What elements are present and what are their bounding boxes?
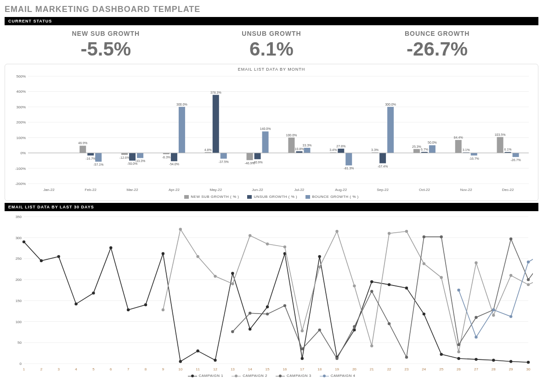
svg-point-179 <box>301 329 304 332</box>
svg-rect-74 <box>413 149 420 153</box>
section-header-status: CURRENT STATUS <box>5 17 538 25</box>
page-title: EMAIL MARKETING DASHBOARD TEMPLATE <box>5 5 538 14</box>
svg-text:Apr-22: Apr-22 <box>169 188 180 192</box>
svg-text:300: 300 <box>16 236 22 240</box>
svg-rect-20 <box>87 153 94 156</box>
svg-rect-18 <box>79 146 86 153</box>
svg-point-163 <box>405 286 408 289</box>
svg-text:17: 17 <box>300 367 304 371</box>
svg-text:8: 8 <box>145 367 147 371</box>
svg-point-144 <box>74 302 77 305</box>
svg-text:300.0%: 300.0% <box>385 103 396 106</box>
svg-rect-62 <box>338 149 344 153</box>
svg-text:-40.9%: -40.9% <box>252 161 262 164</box>
svg-text:300.0%: 300.0% <box>176 103 187 106</box>
svg-point-180 <box>318 266 321 269</box>
svg-point-152 <box>214 358 216 361</box>
svg-text:378.3%: 378.3% <box>210 91 221 94</box>
svg-point-199 <box>301 347 304 350</box>
svg-point-207 <box>440 235 442 238</box>
svg-point-157 <box>301 357 304 360</box>
svg-rect-81 <box>455 140 462 153</box>
status-value: -26.7% <box>373 38 502 60</box>
legend-monthly: NEW SUB GROWTH ( % )UNSUB GROWTH ( % )BO… <box>10 194 533 199</box>
svg-text:-200%: -200% <box>15 182 26 186</box>
svg-point-198 <box>283 304 286 307</box>
svg-point-214 <box>457 289 460 291</box>
svg-text:46.9%: 46.9% <box>78 141 87 145</box>
svg-point-191 <box>509 274 512 277</box>
svg-rect-27 <box>129 153 136 161</box>
svg-point-177 <box>266 242 269 245</box>
svg-text:-67.4%: -67.4% <box>378 165 388 168</box>
svg-point-182 <box>353 285 356 287</box>
svg-text:4.8%: 4.8% <box>204 148 212 151</box>
svg-point-175 <box>231 282 234 285</box>
svg-text:400%: 400% <box>17 90 26 94</box>
svg-point-188 <box>457 350 460 353</box>
svg-point-176 <box>249 234 251 237</box>
svg-text:3.1%: 3.1% <box>463 148 470 151</box>
svg-text:103.5%: 103.5% <box>495 133 506 136</box>
svg-point-201 <box>335 357 338 360</box>
svg-rect-29 <box>137 153 143 158</box>
svg-point-162 <box>388 283 390 286</box>
svg-point-204 <box>388 322 390 325</box>
svg-text:12: 12 <box>213 367 217 371</box>
svg-point-168 <box>492 358 495 361</box>
svg-point-185 <box>405 230 408 233</box>
svg-text:25: 25 <box>439 367 443 371</box>
status-unsub: UNSUB GROWTH 6.1% <box>207 30 336 60</box>
svg-point-218 <box>527 261 530 263</box>
svg-rect-36 <box>179 107 185 153</box>
svg-text:0: 0 <box>20 362 22 366</box>
svg-point-183 <box>370 344 373 347</box>
svg-text:100%: 100% <box>17 136 26 140</box>
svg-text:28: 28 <box>492 367 496 371</box>
svg-text:1: 1 <box>23 367 25 371</box>
svg-point-150 <box>179 360 182 363</box>
svg-text:Dec-22: Dec-22 <box>502 188 514 192</box>
svg-text:May-22: May-22 <box>209 188 222 192</box>
svg-point-202 <box>353 325 356 328</box>
svg-point-206 <box>423 235 425 238</box>
status-new-sub: NEW SUB GROWTH -5.5% <box>41 30 170 60</box>
svg-point-141 <box>23 241 25 243</box>
svg-text:5: 5 <box>92 367 95 371</box>
svg-text:10.8%: 10.8% <box>294 147 304 151</box>
svg-text:Jul-22: Jul-22 <box>294 188 305 192</box>
svg-point-173 <box>196 255 199 258</box>
svg-text:6: 6 <box>110 367 112 371</box>
svg-point-164 <box>423 313 425 315</box>
svg-text:6.7%: 6.7% <box>421 148 428 151</box>
svg-rect-50 <box>262 131 269 153</box>
svg-text:6.1%: 6.1% <box>504 148 512 151</box>
svg-rect-22 <box>95 153 102 162</box>
svg-point-196 <box>249 312 251 314</box>
svg-point-169 <box>509 360 512 363</box>
svg-rect-34 <box>171 153 177 161</box>
svg-text:11: 11 <box>196 367 200 371</box>
svg-text:22: 22 <box>387 367 391 371</box>
svg-text:29: 29 <box>509 367 513 371</box>
svg-text:-54.0%: -54.0% <box>169 162 179 166</box>
svg-point-212 <box>527 278 530 281</box>
svg-text:21: 21 <box>370 367 374 371</box>
svg-text:7: 7 <box>127 367 130 371</box>
svg-text:50: 50 <box>17 341 22 345</box>
svg-point-155 <box>266 305 269 308</box>
svg-point-142 <box>40 259 43 262</box>
svg-rect-43 <box>221 153 227 159</box>
svg-text:23: 23 <box>405 367 409 371</box>
svg-text:27: 27 <box>474 367 478 371</box>
svg-text:50.0%: 50.0% <box>428 141 437 144</box>
svg-point-181 <box>335 230 338 233</box>
svg-text:20: 20 <box>352 367 356 371</box>
svg-text:-57.1%: -57.1% <box>93 163 103 166</box>
svg-point-184 <box>388 232 390 235</box>
svg-point-171 <box>162 308 164 311</box>
svg-text:3.4%: 3.4% <box>329 148 337 151</box>
svg-text:4: 4 <box>75 367 77 371</box>
svg-point-145 <box>92 291 95 294</box>
svg-point-154 <box>249 328 251 330</box>
